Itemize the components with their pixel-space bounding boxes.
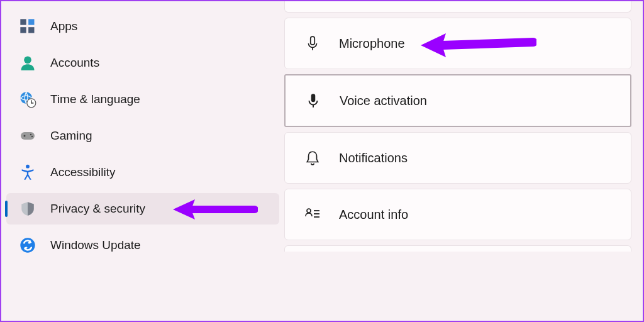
card-label: Account info: [339, 208, 408, 222]
svg-point-10: [31, 136, 33, 137]
svg-rect-1: [28, 19, 34, 25]
sidebar-item-gaming[interactable]: Gaming: [6, 120, 279, 152]
svg-point-15: [307, 209, 311, 213]
settings-card-voice-activation[interactable]: Voice activation: [284, 74, 631, 127]
sync-icon: [19, 236, 36, 254]
settings-card-partial-below[interactable]: [284, 245, 631, 252]
sidebar-item-windows-update[interactable]: Windows Update: [6, 230, 279, 261]
sidebar-item-label: Windows Update: [50, 238, 141, 252]
sidebar-item-label: Gaming: [50, 129, 92, 143]
settings-card-account-info[interactable]: Account info: [284, 189, 631, 240]
sidebar-item-accounts[interactable]: Accounts: [6, 47, 279, 79]
apps-icon: [19, 18, 36, 35]
svg-rect-14: [311, 94, 316, 102]
svg-point-8: [24, 135, 26, 137]
mic-outline-icon: [304, 35, 321, 52]
shield-icon: [19, 200, 36, 218]
sidebar-item-privacy-security[interactable]: Privacy & security: [6, 193, 279, 225]
bell-icon: [304, 149, 321, 167]
globe-clock-icon: [19, 91, 36, 108]
svg-rect-0: [20, 19, 26, 25]
sidebar-item-label: Time & language: [50, 92, 140, 106]
main-content: Microphone Voice activation: [284, 1, 643, 321]
svg-point-11: [26, 165, 30, 169]
settings-window: Apps Accounts Time & language: [1, 1, 643, 321]
sidebar-item-label: Privacy & security: [50, 202, 145, 216]
card-label: Microphone: [339, 36, 405, 51]
sidebar-item-apps[interactable]: Apps: [6, 11, 279, 42]
sidebar-item-label: Accessibility: [50, 165, 115, 179]
settings-card-microphone[interactable]: Microphone: [284, 18, 631, 69]
svg-point-9: [30, 134, 31, 135]
mic-filled-icon: [304, 92, 322, 109]
sidebar-item-time-language[interactable]: Time & language: [6, 84, 279, 115]
gamepad-icon: [19, 127, 36, 145]
svg-rect-2: [20, 27, 26, 33]
card-label: Notifications: [339, 151, 408, 165]
svg-point-4: [24, 57, 31, 64]
sidebar-item-label: Apps: [50, 19, 77, 33]
person-icon: [19, 54, 36, 72]
accessibility-icon: [19, 164, 36, 181]
settings-card-partial-above[interactable]: [284, 1, 631, 13]
annotation-arrow-sidebar: [170, 197, 258, 222]
account-list-icon: [304, 206, 321, 223]
svg-rect-7: [21, 132, 35, 140]
sidebar: Apps Accounts Time & language: [1, 1, 284, 321]
annotation-arrow-microphone: [417, 31, 536, 60]
sidebar-item-accessibility[interactable]: Accessibility: [6, 157, 279, 188]
sidebar-item-label: Accounts: [50, 56, 99, 70]
svg-rect-3: [28, 27, 34, 33]
svg-rect-13: [311, 36, 315, 45]
settings-card-notifications[interactable]: Notifications: [284, 132, 631, 184]
card-label: Voice activation: [340, 94, 427, 108]
